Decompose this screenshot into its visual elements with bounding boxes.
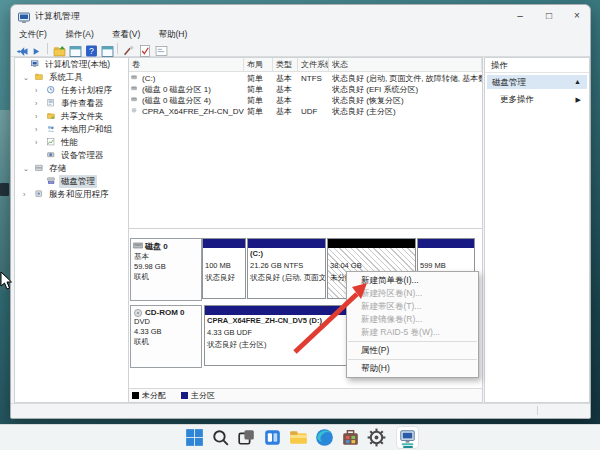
tree-item-label[interactable]: 设备管理器 [59, 149, 106, 162]
actions-pane: 操作 磁盘管理 ▲ 更多操作 ▶ [484, 57, 590, 403]
taskbar-edge-button[interactable] [313, 426, 336, 449]
tree-item-computer[interactable]: 计算机管理(本地) [15, 58, 128, 71]
column-header-4[interactable]: 文件系统 [298, 58, 329, 71]
taskbar-start-button[interactable] [183, 426, 206, 449]
tree-item-label[interactable]: 本地用户和组 [59, 123, 114, 136]
tree-item-storage[interactable]: ⌄存储 [15, 162, 128, 175]
console-window-icon[interactable] [69, 43, 82, 55]
folder-up-icon[interactable] [53, 43, 66, 55]
maximize-button[interactable]: □ [535, 5, 563, 26]
context-menu-item[interactable]: 新建简单卷(I)... [347, 274, 478, 287]
tree-item-label[interactable]: 计算机管理(本地) [43, 58, 112, 71]
column-header-2[interactable]: 布局 [244, 58, 273, 71]
help-icon[interactable]: ? [85, 43, 98, 55]
partition-color-bar [418, 239, 474, 248]
cdrom0-type: DVD [131, 317, 201, 327]
tree-item-system-tools[interactable]: ⌄系统工具 [15, 71, 128, 84]
taskbar-computer-management-button[interactable] [396, 426, 419, 449]
taskbar-file-explorer-button[interactable] [287, 426, 310, 449]
tree-item-performance[interactable]: ›性能 [15, 136, 128, 149]
cdrom0-info-cell[interactable]: CD-ROM 0 DVD 4.33 GB 联机 [130, 305, 202, 368]
menu-separator [348, 341, 477, 342]
partition-label: 状态良好 (启动, 页面文件 [248, 272, 325, 284]
actions-pane-title: 操作 [491, 60, 508, 72]
title-bar[interactable]: 计算机管理 – □ × [11, 5, 590, 27]
menu-1[interactable]: 文件(F) [15, 28, 51, 41]
partition-color-bar [328, 239, 415, 248]
divider [537, 406, 538, 415]
chevron-down-icon[interactable]: ⌄ [23, 71, 29, 84]
desktop-icon[interactable] [0, 183, 9, 196]
tree-item-task-scheduler[interactable]: ›任务计划程序 [15, 84, 128, 97]
partition-label [418, 248, 474, 260]
collapse-icon[interactable]: ▲ [574, 75, 581, 89]
tree-item-device-manager[interactable]: 设备管理器 [15, 149, 128, 162]
chevron-down-icon[interactable]: ⌄ [23, 162, 29, 175]
close-button[interactable]: × [563, 5, 591, 26]
taskbar-task-view-button[interactable] [235, 426, 258, 449]
active-app-indicator [403, 446, 413, 448]
cdrom0-status: 联机 [131, 337, 201, 347]
column-header-3[interactable]: 类型 [273, 58, 298, 71]
chevron-right-icon[interactable]: › [35, 84, 37, 97]
taskbar-widgets-button[interactable] [261, 426, 284, 449]
context-menu-item[interactable]: 帮助(H) [347, 362, 478, 375]
volume-list-header[interactable]: 卷布局类型文件系统状态 [129, 58, 482, 72]
check-doc-icon[interactable] [139, 43, 152, 55]
export-icon[interactable] [123, 43, 136, 55]
cdrom0-size: 4.33 GB [131, 327, 201, 337]
menu-3[interactable]: 查看(V) [108, 28, 144, 41]
partition[interactable]: (C:)21.26 GB NTFS状态良好 (启动, 页面文件 [247, 238, 326, 299]
tree-item-event-viewer[interactable]: ›事件查看器 [15, 97, 128, 110]
legend-swatch [132, 392, 139, 399]
cell: 简单 [247, 84, 273, 95]
tree-item-label[interactable]: 磁盘管理 [59, 175, 97, 188]
app-icon [18, 10, 30, 22]
volume-row[interactable]: (C:)简单基本NTFS状态良好 (启动, 页面文件, 故障转储, 基本数据分 [129, 73, 482, 84]
column-header-5[interactable]: 状态 [329, 58, 482, 71]
more-actions-item[interactable]: 更多操作 ▶ [487, 93, 587, 106]
chevron-right-icon[interactable]: › [35, 136, 37, 149]
partition-label: (C:) [248, 248, 325, 260]
back-arrow-icon[interactable] [15, 43, 28, 55]
taskbar-store-button[interactable] [339, 426, 362, 449]
forward-arrow-icon[interactable] [31, 43, 44, 55]
volume-row[interactable]: (磁盘 0 磁盘分区 4)简单基本状态良好 (恢复分区) [129, 95, 482, 106]
partition-label [328, 248, 415, 260]
tree-item-disk-management[interactable]: 磁盘管理 [15, 175, 128, 188]
tree-item-local-users[interactable]: ›本地用户和组 [15, 123, 128, 136]
partition-label [203, 248, 245, 260]
form-icon[interactable] [155, 43, 168, 55]
menu-4[interactable]: 帮助(H) [155, 28, 192, 41]
tree-item-shared-folders[interactable]: ›共享文件夹 [15, 110, 128, 123]
partition[interactable]: 100 MB状态良好 [202, 238, 246, 299]
actions-disk-management-header[interactable]: 磁盘管理 ▲ [487, 75, 587, 89]
partition-color-bar [203, 239, 245, 248]
context-menu-item[interactable]: 属性(P) [347, 344, 478, 357]
taskbar-settings-button[interactable] [365, 426, 388, 449]
console-window-icon[interactable] [101, 43, 114, 55]
storage-icon [35, 164, 44, 173]
volume-row[interactable]: CPRA_X64FRE_ZH-CN_DV5 (D:)简单基本UDF状态良好 (主… [129, 106, 482, 117]
disk0-status: 联机 [131, 272, 201, 282]
disk0-info-cell[interactable]: 磁盘 0 基本 59.98 GB 联机 [130, 238, 202, 301]
tree-item-label[interactable]: 系统工具 [47, 71, 85, 84]
chevron-right-icon[interactable]: › [35, 123, 37, 136]
tree-item-label[interactable]: 共享文件夹 [59, 110, 106, 123]
tree-item-label[interactable]: 存储 [47, 162, 68, 175]
menu-2[interactable]: 操作(A) [62, 28, 98, 41]
taskbar-search-button[interactable] [209, 426, 232, 449]
volume-row[interactable]: (磁盘 0 磁盘分区 1)简单基本状态良好 (EFI 系统分区) [129, 84, 482, 95]
chevron-right-icon[interactable]: › [23, 188, 25, 201]
tree-item-label[interactable]: 事件查看器 [59, 97, 106, 110]
tree-item-label[interactable]: 性能 [59, 136, 80, 149]
chevron-right-icon[interactable]: › [35, 97, 37, 110]
tree-item-label[interactable]: 任务计划程序 [59, 84, 114, 97]
context-menu-item: 新建带区卷(T)... [347, 300, 478, 313]
minimize-button[interactable]: – [506, 5, 534, 26]
cell: 基本 [276, 84, 298, 95]
tree-item-services[interactable]: ›服务和应用程序 [15, 188, 128, 201]
column-header-1[interactable]: 卷 [129, 58, 244, 71]
tree-item-label[interactable]: 服务和应用程序 [47, 188, 111, 201]
chevron-right-icon[interactable]: › [35, 110, 37, 123]
